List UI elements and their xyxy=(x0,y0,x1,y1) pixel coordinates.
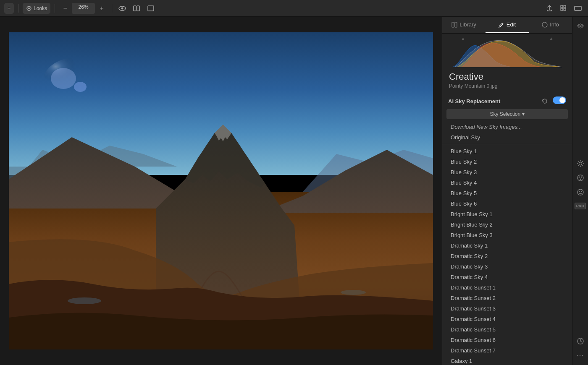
face-button[interactable] xyxy=(574,186,587,198)
sky-replacement-section: AI Sky Replacement Sky Selection ▾ Downl xyxy=(442,94,572,365)
panel-subtitle: Pointy Mountain 0.jpg xyxy=(449,83,565,89)
sun-adjust-button[interactable] xyxy=(574,157,587,170)
sky-list-item[interactable]: Bright Blue Sky 2 xyxy=(442,219,572,230)
svg-point-33 xyxy=(578,177,580,178)
svg-rect-19 xyxy=(452,22,454,27)
svg-point-32 xyxy=(578,175,583,181)
sky-list-item[interactable]: Blue Sky 5 xyxy=(442,188,572,198)
preview-button[interactable] xyxy=(116,3,128,14)
svg-point-34 xyxy=(581,177,582,178)
sky-list-item[interactable]: Blue Sky 6 xyxy=(442,198,572,209)
svg-point-38 xyxy=(581,191,582,192)
tab-bar: Library Edit i Info xyxy=(442,17,572,34)
share-icon xyxy=(546,5,552,12)
svg-text:i: i xyxy=(545,23,546,27)
tab-edit[interactable]: Edit xyxy=(486,17,529,33)
add-button[interactable]: + xyxy=(4,3,14,14)
palette-icon xyxy=(577,174,584,182)
sky-list-item[interactable]: Bright Blue Sky 1 xyxy=(442,209,572,219)
share-button[interactable] xyxy=(543,3,555,14)
svg-rect-9 xyxy=(561,8,563,10)
info-icon: i xyxy=(542,22,548,28)
svg-point-18 xyxy=(341,290,366,295)
sky-list-item[interactable]: Download New Sky Images... xyxy=(442,122,572,132)
sky-list-item[interactable]: Blue Sky 4 xyxy=(442,177,572,188)
sky-list-item[interactable]: Dramatic Sky 3 xyxy=(442,261,572,272)
sky-list-item[interactable]: Dramatic Sunset 5 xyxy=(442,324,572,335)
svg-point-15 xyxy=(74,82,87,92)
sky-list-item[interactable]: Blue Sky 3 xyxy=(442,167,572,177)
zoom-in-button[interactable]: + xyxy=(96,3,108,14)
sky-list-item[interactable]: Dramatic Sunset 3 xyxy=(442,303,572,314)
svg-line-30 xyxy=(582,161,583,162)
svg-line-29 xyxy=(582,165,583,166)
library-icon xyxy=(452,22,457,28)
svg-rect-4 xyxy=(134,6,136,11)
sky-list-item[interactable]: Blue Sky 2 xyxy=(442,156,572,167)
sky-list-item[interactable]: Original Sky xyxy=(442,132,572,144)
canvas-area[interactable] xyxy=(0,17,442,365)
separator-1 xyxy=(18,4,18,13)
svg-point-1 xyxy=(28,8,30,9)
right-panel: Library Edit i Info xyxy=(442,17,572,365)
zoom-value[interactable]: 26% xyxy=(72,3,95,14)
histogram-area: ▲ ▲ xyxy=(442,34,572,67)
svg-rect-8 xyxy=(564,5,566,8)
fullscreen-button[interactable] xyxy=(145,3,157,14)
sky-list-item[interactable]: Dramatic Sunset 2 xyxy=(442,293,572,303)
fullscreen-icon xyxy=(147,5,154,11)
layers-sidebar-button[interactable] xyxy=(574,20,587,33)
svg-point-14 xyxy=(51,68,76,89)
history-button[interactable] xyxy=(574,335,587,347)
sky-list-item[interactable]: Dramatic Sky 2 xyxy=(442,251,572,261)
aspect-button[interactable] xyxy=(572,3,584,14)
svg-rect-7 xyxy=(561,5,563,8)
eye-icon xyxy=(118,5,126,11)
sky-list-item[interactable]: Dramatic Sunset 4 xyxy=(442,314,572,324)
grid-icon xyxy=(560,5,567,12)
layers-icon xyxy=(577,23,584,30)
sky-list-item[interactable]: Dramatic Sunset 7 xyxy=(442,345,572,356)
sky-list-item[interactable]: Dramatic Sky 1 xyxy=(442,240,572,251)
sky-header-controls xyxy=(540,96,566,106)
sky-list-item[interactable]: Dramatic Sunset 6 xyxy=(442,335,572,345)
right-sidebar: PRO ··· xyxy=(572,17,588,365)
split-view-button[interactable] xyxy=(131,3,142,14)
zoom-out-button[interactable]: − xyxy=(59,3,71,14)
sky-replacement-title: AI Sky Replacement xyxy=(448,98,500,104)
svg-rect-6 xyxy=(148,6,154,11)
svg-line-31 xyxy=(578,165,579,166)
svg-point-35 xyxy=(580,179,581,180)
face-icon xyxy=(577,188,584,196)
more-button[interactable]: ··· xyxy=(574,349,587,362)
sky-list-item[interactable]: Dramatic Sky 4 xyxy=(442,272,572,282)
pro-badge: PRO xyxy=(575,203,586,209)
svg-point-23 xyxy=(579,162,582,165)
aspect-icon xyxy=(574,5,582,11)
reset-button[interactable] xyxy=(540,96,549,106)
reset-icon xyxy=(542,98,548,104)
separator-3 xyxy=(112,4,112,13)
looks-button[interactable]: Looks xyxy=(23,3,50,14)
svg-point-17 xyxy=(68,297,101,304)
sky-list-item[interactable]: Dramatic Sunset 1 xyxy=(442,282,572,293)
grid-view-button[interactable] xyxy=(558,3,570,14)
sky-list-item[interactable]: Bright Blue Sky 3 xyxy=(442,230,572,240)
svg-point-37 xyxy=(579,191,580,192)
sky-header: AI Sky Replacement xyxy=(442,94,572,108)
split-icon xyxy=(133,5,140,11)
sky-replacement-toggle[interactable] xyxy=(553,96,566,104)
separator-2 xyxy=(55,4,55,13)
svg-rect-20 xyxy=(455,22,457,27)
sky-list-item[interactable]: Blue Sky 1 xyxy=(442,146,572,156)
svg-rect-5 xyxy=(137,6,139,11)
dots-icon: ··· xyxy=(577,352,583,359)
svg-rect-10 xyxy=(564,8,566,10)
sky-list-item[interactable]: Galaxy 1 xyxy=(442,356,572,365)
color-button[interactable] xyxy=(574,172,587,184)
tab-info[interactable]: i Info xyxy=(529,17,572,33)
sky-selection-dropdown[interactable]: Sky Selection ▾ xyxy=(446,109,568,119)
looks-icon xyxy=(26,5,32,11)
photo-frame xyxy=(9,32,433,349)
tab-library[interactable]: Library xyxy=(442,17,486,33)
